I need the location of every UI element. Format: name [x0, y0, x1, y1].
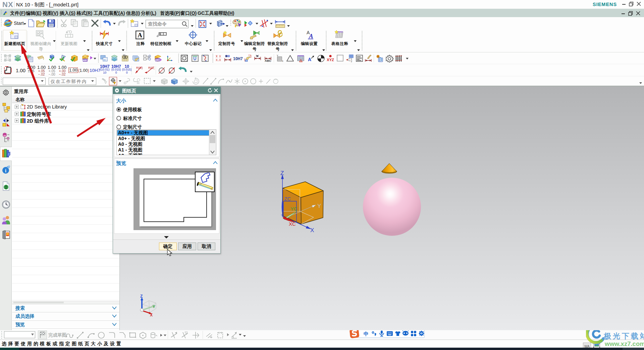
svg-text:x: x — [282, 60, 283, 62]
svg-text:A: A — [138, 32, 142, 39]
svg-text:A: A — [308, 57, 311, 62]
svg-text:Y: Y — [277, 54, 278, 57]
svg-text:R(Ø): R(Ø) — [148, 66, 154, 70]
svg-text:2: 2 — [351, 60, 352, 62]
svg-text:R(Ø): R(Ø) — [136, 66, 143, 70]
svg-text:ABC: ABC — [265, 59, 271, 62]
svg-text:i: i — [5, 168, 6, 173]
svg-text:1: 1 — [351, 58, 352, 60]
svg-text:A: A — [309, 33, 313, 39]
svg-text:XYZ: XYZ — [327, 58, 334, 62]
svg-text:ABC: ABC — [155, 59, 160, 61]
